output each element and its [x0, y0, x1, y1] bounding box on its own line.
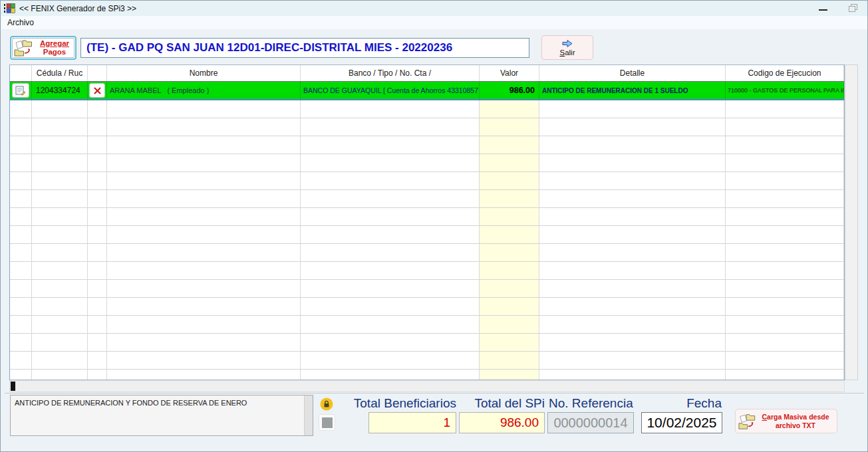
empty-cell: [32, 136, 88, 154]
fecha-field[interactable]: 10/02/2025: [641, 412, 722, 433]
table-row-empty[interactable]: [10, 226, 844, 244]
minimize-button[interactable]: [814, 3, 831, 15]
empty-cell: [10, 154, 32, 171]
empty-cell: [107, 190, 301, 207]
entity-field[interactable]: (TE) - GAD PQ SAN JUAN 12D01-DIREC-DISTR…: [80, 38, 529, 58]
agregar-pagos-button[interactable]: Agregar Pagos: [10, 36, 76, 60]
empty-cell: [480, 298, 539, 315]
empty-cell: [726, 172, 844, 189]
empty-cell: [301, 316, 480, 333]
table-row-empty[interactable]: [10, 334, 844, 352]
empty-cell: [107, 100, 301, 118]
empty-cell: [32, 316, 88, 333]
carga-masiva-button[interactable]: Carga Masiva desde archivo TXT: [735, 409, 837, 433]
table-row[interactable]: 1204334724 ARANA MABEL ( Empleado ) BANC…: [10, 82, 844, 100]
table-row-empty[interactable]: [10, 136, 844, 154]
table-row-empty[interactable]: [10, 190, 844, 208]
empty-cell: [107, 136, 301, 154]
table-row-empty[interactable]: [10, 154, 844, 172]
empty-cell: [107, 262, 301, 279]
empty-cell: [88, 172, 107, 189]
empty-cell: [10, 244, 32, 261]
empty-cell: [10, 316, 32, 333]
empty-cell: [301, 244, 480, 261]
salir-label: Salir: [559, 49, 575, 56]
empty-cell: [88, 244, 107, 261]
column-header-banco[interactable]: Banco / Tipo / No. Cta /: [301, 65, 480, 81]
empty-cell: [10, 100, 32, 118]
empty-cell: [301, 118, 480, 136]
empty-cell: [726, 208, 844, 225]
salir-button[interactable]: Salir: [541, 35, 593, 60]
table-row-empty[interactable]: [10, 262, 844, 280]
delete-row-button[interactable]: [89, 83, 105, 98]
column-header-codigo[interactable]: Codigo de Ejecucion: [726, 65, 844, 81]
empty-cell: [10, 370, 32, 380]
empty-cell: [32, 262, 88, 279]
app-window: << FENIX Generador de SPi3 >> Archivo Ag…: [0, 0, 868, 452]
empty-cell: [301, 208, 480, 225]
empty-cell: [107, 208, 301, 225]
empty-cell: [88, 118, 107, 136]
empty-cell: [10, 136, 32, 154]
valor-cell: 986.00: [480, 82, 539, 99]
column-header-detalle[interactable]: Detalle: [539, 65, 726, 81]
edit-row-button[interactable]: [12, 83, 29, 98]
gray-square-button[interactable]: [319, 414, 335, 431]
column-header-valor[interactable]: Valor: [480, 65, 539, 81]
table-row-empty[interactable]: [10, 172, 844, 190]
empty-cell: [539, 118, 726, 136]
horizontal-scrollbar-thumb[interactable]: [11, 382, 15, 391]
empty-cell: [10, 118, 32, 136]
empty-cell: [480, 154, 539, 171]
empty-cell: [32, 154, 88, 171]
empty-cell: [107, 226, 301, 243]
table-row-empty[interactable]: [10, 100, 844, 118]
table-row-empty[interactable]: [10, 316, 844, 334]
empty-cell: [301, 262, 480, 279]
table-row-empty[interactable]: [10, 208, 844, 226]
column-header-nombre[interactable]: Nombre: [107, 65, 301, 81]
column-header-cedula[interactable]: Cédula / Ruc: [32, 65, 88, 81]
nombre-cell: ARANA MABEL ( Empleado ): [107, 82, 301, 99]
column-header-delete: [88, 65, 107, 81]
empty-cell: [32, 172, 88, 189]
table-row-empty[interactable]: [10, 370, 844, 380]
empty-cell: [539, 244, 726, 261]
empty-cell: [32, 280, 88, 297]
empty-cell: [539, 370, 726, 380]
red-x-icon: [93, 86, 102, 95]
empty-cell: [480, 118, 539, 136]
empty-cell: [480, 334, 539, 351]
empty-cell: [88, 316, 107, 333]
empty-cell: [301, 280, 480, 297]
empty-cell: [107, 244, 301, 261]
grid-header-row: Cédula / Ruc Nombre Banco / Tipo / No. C…: [10, 65, 844, 82]
grid-vertical-scrollbar[interactable]: [845, 64, 858, 380]
description-scrollbar[interactable]: [304, 396, 313, 435]
add-payments-folders-icon: [14, 39, 34, 57]
table-row-empty[interactable]: [10, 244, 844, 262]
empty-cell: [107, 352, 301, 369]
table-row-empty[interactable]: [10, 298, 844, 316]
table-row-empty[interactable]: [10, 280, 844, 298]
empty-cell: [10, 172, 32, 189]
empty-cell: [107, 280, 301, 297]
edit-cell: [10, 82, 32, 99]
empty-cell: [480, 370, 539, 380]
empty-cell: [107, 316, 301, 333]
table-row-empty[interactable]: [10, 352, 844, 370]
windows-logo-icon: [4, 3, 15, 13]
empty-cell: [726, 352, 844, 369]
table-row-empty[interactable]: [10, 118, 844, 136]
empty-cell: [32, 352, 88, 369]
codigo-cell: 710000 - GASTOS DE PERSONAL PARA INVERSI: [726, 82, 844, 99]
grid-horizontal-scrollbar[interactable]: [9, 380, 845, 392]
lock-button[interactable]: [320, 397, 333, 411]
menu-item-archivo[interactable]: Archivo: [1, 16, 39, 27]
restore-button[interactable]: [846, 3, 863, 15]
delete-cell: [88, 82, 107, 99]
empty-cell: [301, 136, 480, 154]
description-textarea[interactable]: ANTICIPO DE REMUNERACION Y FONDO DE RESE…: [10, 395, 313, 436]
menu-bar: Archivo: [1, 16, 868, 29]
